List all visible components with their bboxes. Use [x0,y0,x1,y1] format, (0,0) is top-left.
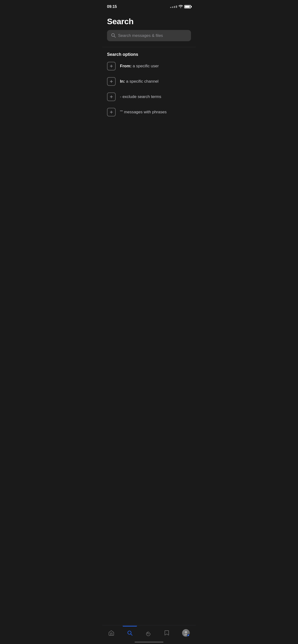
wifi-icon [179,5,183,9]
search-option-exclude[interactable]: - exclude search terms [107,92,191,101]
section-divider [102,47,196,47]
signal-icon [170,6,177,8]
plus-icon-exclude [107,92,116,101]
status-time: 09:15 [107,4,117,9]
option-text-exclude: - exclude search terms [120,94,161,100]
plus-icon-from [107,62,116,70]
search-icon [111,33,116,38]
search-placeholder: Search messages & files [118,33,187,38]
plus-icon-phrase [107,108,116,116]
option-text-from: From: a specific user [120,64,159,69]
search-options-title: Search options [107,52,191,57]
search-option-phrase[interactable]: "" messages with phrases [107,108,191,116]
status-bar: 09:15 [102,0,196,12]
search-bar[interactable]: Search messages & files [107,30,191,41]
option-text-in: In: a specific channel [120,79,159,84]
svg-point-0 [112,34,114,36]
battery-icon [184,5,191,8]
page-title: Search [107,17,191,26]
plus-icon-in [107,77,116,86]
search-option-from-user[interactable]: From: a specific user [107,62,191,70]
svg-line-1 [114,36,115,38]
status-icons [170,5,191,9]
search-option-in-channel[interactable]: In: a specific channel [107,77,191,86]
option-text-phrase: "" messages with phrases [120,110,167,115]
main-content: Search Search messages & files Search op… [102,12,196,116]
